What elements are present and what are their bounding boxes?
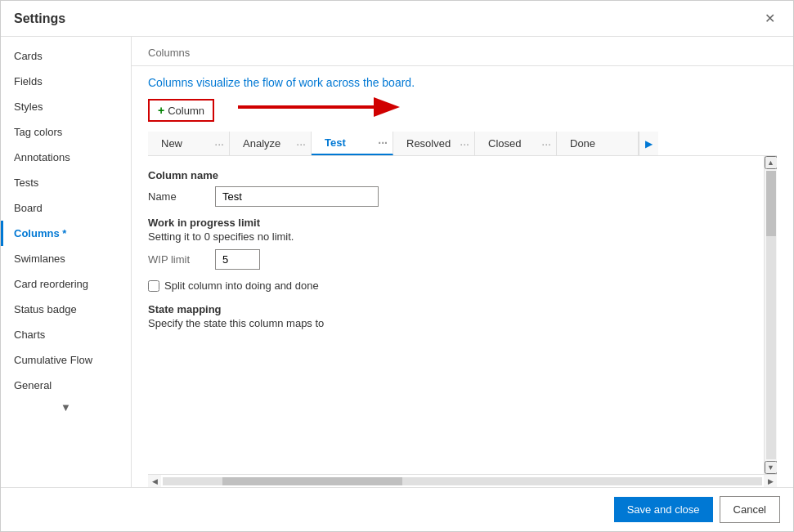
tab-resolved[interactable]: Resolved ··· [393,132,475,155]
horizontal-scrollbar: ◀ ▶ [148,474,777,487]
sidebar-item-annotations[interactable]: Annotations [1,145,131,170]
tab-closed-dots[interactable]: ··· [541,137,551,150]
scrollbar-thumb[interactable] [766,171,776,236]
form-scroll-area: Column name Name Work in progress limit … [148,156,777,474]
wip-section-title: Work in progress limit [148,217,764,229]
add-column-label: Column [168,105,204,117]
main-content: Columns Columns visualize the flow of wo… [132,37,793,487]
tab-test-dots[interactable]: ··· [378,136,388,150]
tab-analyze-dots[interactable]: ··· [296,137,306,150]
right-scrollbar: ▲ ▼ [764,156,777,474]
name-row: Name [148,186,764,207]
tab-resolved-dots[interactable]: ··· [460,137,469,150]
wip-label: WIP limit [148,253,205,266]
name-input[interactable] [215,186,379,207]
sidebar-item-fields[interactable]: Fields [1,69,131,94]
sidebar-item-styles[interactable]: Styles [1,94,131,119]
split-checkbox-row: Split column into doing and done [148,279,764,292]
sidebar-item-status-badge[interactable]: Status badge [1,297,131,322]
add-column-row: + Column [148,99,777,128]
sidebar-item-swimlanes[interactable]: Swimlanes [1,246,131,271]
sidebar-item-card-reordering[interactable]: Card reordering [1,271,131,297]
sidebar-item-tests[interactable]: Tests [1,170,131,195]
split-checkbox[interactable] [148,280,159,292]
cancel-button[interactable]: Cancel [720,496,780,523]
tab-new-label: New [161,137,182,150]
sidebar: Cards Fields Styles Tag colors Annotatio… [1,37,132,487]
sidebar-item-charts[interactable]: Charts [1,322,131,347]
chevron-down-icon: ▼ [61,401,71,414]
tab-closed[interactable]: Closed ··· [475,132,557,155]
sidebar-item-general[interactable]: General [1,373,131,398]
tab-analyze[interactable]: Analyze ··· [230,132,312,155]
column-name-section-title: Column name [148,169,764,181]
sidebar-item-columns[interactable]: Columns * [1,221,131,246]
dialog-title: Settings [14,11,65,26]
red-arrow-indicator [230,92,410,122]
tab-analyze-label: Analyze [243,137,280,150]
tab-done[interactable]: Done [557,132,639,155]
add-column-button[interactable]: + Column [148,99,214,122]
hscroll-thumb[interactable] [222,477,402,485]
dialog-header: Settings ✕ [1,1,793,37]
tab-closed-label: Closed [488,137,521,150]
sidebar-item-tag-colors[interactable]: Tag colors [1,119,131,145]
sidebar-item-board[interactable]: Board [1,195,131,221]
chevron-right-icon: ▶ [645,138,653,150]
tab-new[interactable]: New ··· [148,132,230,155]
column-tabs-bar: New ··· Analyze ··· Test ··· [148,132,777,156]
dialog-footer: Save and close Cancel [1,487,793,531]
content-header: Columns [132,37,793,66]
split-label[interactable]: Split column into doing and done [164,279,319,292]
sidebar-item-cards[interactable]: Cards [1,43,131,69]
tab-test-label: Test [325,136,346,149]
scroll-up-button[interactable]: ▲ [765,156,778,169]
sidebar-scroll-down: ▼ [1,398,131,417]
dialog-body: Cards Fields Styles Tag colors Annotatio… [1,37,793,487]
sidebar-item-cumulative-flow[interactable]: Cumulative Flow [1,347,131,373]
columns-description: Columns visualize the flow of work acros… [148,76,777,89]
tab-new-dots[interactable]: ··· [214,137,224,150]
wip-input[interactable] [215,249,260,270]
state-mapping-title: State mapping [148,303,764,315]
column-settings-form: Column name Name Work in progress limit … [148,156,764,474]
plus-icon: + [158,104,164,117]
tab-resolved-label: Resolved [406,137,451,150]
wip-description: Setting it to 0 specifies no limit. [148,230,764,243]
tab-scroll-right[interactable]: ▶ [639,132,658,155]
scrollbar-track [766,171,776,459]
scroll-down-button[interactable]: ▼ [765,461,778,474]
wip-row: WIP limit [148,249,764,270]
close-button[interactable]: ✕ [760,9,780,28]
content-body: Columns visualize the flow of work acros… [132,66,793,487]
tab-test[interactable]: Test ··· [312,132,393,155]
hscroll-right-button[interactable]: ▶ [764,475,777,488]
hscroll-left-button[interactable]: ◀ [148,475,161,488]
settings-dialog: Settings ✕ Cards Fields Styles Tag color… [0,0,794,532]
save-close-button[interactable]: Save and close [614,497,713,522]
tabs-section: New ··· Analyze ··· Test ··· [148,132,777,487]
state-mapping-desc: Specify the state this column maps to [148,317,764,329]
tab-done-label: Done [570,137,595,150]
center-panel: Columns Columns visualize the flow of wo… [132,37,793,487]
hscroll-track [163,477,762,485]
name-label: Name [148,190,205,203]
content-section-title: Columns [148,47,190,59]
